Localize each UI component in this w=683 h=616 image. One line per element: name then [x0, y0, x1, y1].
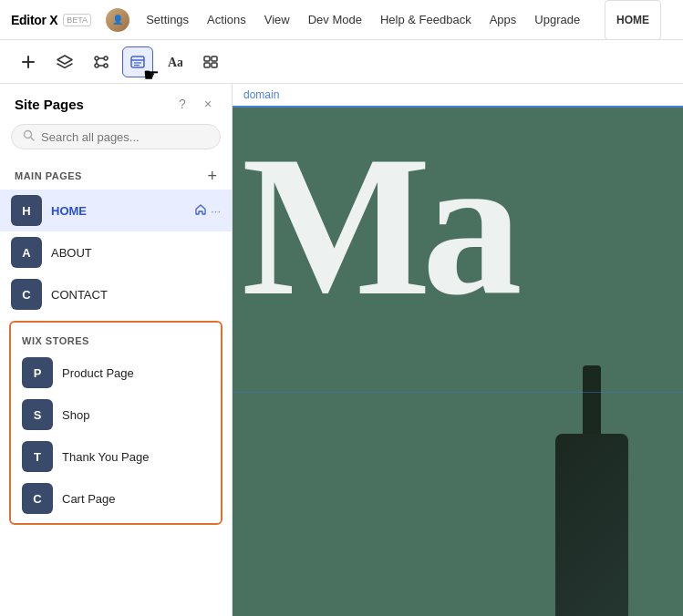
canvas-letter: Ma [242, 126, 513, 326]
wix-stores-label: WIX STORES [22, 335, 89, 346]
svg-point-5 [104, 64, 108, 67]
brand-name: Editor X [11, 13, 57, 27]
menu-actions[interactable]: Actions [198, 0, 255, 40]
sidebar-header: Site Pages ? × [0, 84, 232, 120]
toolbar: Aa [0, 40, 683, 84]
page-icon-shop: S [22, 399, 53, 430]
canvas-object [519, 361, 665, 616]
home-icon[interactable] [194, 203, 207, 219]
menu-view[interactable]: View [255, 0, 299, 40]
sidebar-title: Site Pages [15, 97, 84, 112]
canvas-object-top [583, 365, 601, 438]
menu-help[interactable]: Help & Feedback [371, 0, 481, 40]
search-icon [23, 129, 35, 144]
main-area: Site Pages ? × MAIN PAGES [0, 84, 683, 616]
canvas-horizontal-line [233, 392, 683, 393]
page-name-cart: Cart Page [62, 492, 210, 506]
svg-rect-17 [212, 63, 217, 67]
layers-icon[interactable] [49, 46, 80, 77]
menu-settings[interactable]: Settings [137, 0, 198, 40]
page-name-shop: Shop [62, 408, 210, 422]
menu-upgrade[interactable]: Upgrade [525, 0, 589, 40]
menu-bar: Editor X BETA 👤 Settings Actions View De… [0, 0, 683, 40]
add-page-button[interactable]: + [207, 168, 217, 184]
page-name-contact: CONTACT [51, 288, 221, 302]
page-name-product: Product Page [62, 366, 210, 380]
svg-point-2 [95, 56, 98, 60]
close-icon[interactable]: × [199, 95, 217, 113]
svg-text:Aa: Aa [168, 56, 182, 69]
svg-point-4 [95, 64, 98, 67]
page-name-about: ABOUT [51, 246, 221, 260]
page-icon-home: H [11, 195, 42, 226]
canvas-content[interactable]: Ma [233, 108, 683, 616]
svg-line-19 [31, 138, 35, 141]
svg-rect-15 [212, 56, 217, 61]
canvas-area: domain Ma [233, 84, 683, 616]
page-item-about[interactable]: A ABOUT [0, 231, 232, 273]
page-item-product[interactable]: P Product Page [11, 352, 221, 394]
page-item-cart[interactable]: C Cart Page [11, 477, 221, 519]
svg-point-3 [104, 56, 108, 60]
beta-badge: BETA [63, 14, 91, 26]
pages-icon[interactable] [122, 46, 153, 77]
main-pages-label: MAIN PAGES [15, 170, 82, 181]
page-icon-product: P [22, 357, 53, 388]
add-icon[interactable] [13, 46, 44, 77]
text-icon[interactable]: Aa [159, 46, 190, 77]
more-icon[interactable]: ··· [211, 204, 221, 218]
page-icon-cart: C [22, 483, 53, 514]
menu-dev-mode[interactable]: Dev Mode [299, 0, 371, 40]
avatar[interactable]: 👤 [106, 8, 129, 32]
search-input[interactable] [41, 130, 209, 144]
page-item-shop[interactable]: S Shop [11, 394, 221, 436]
page-icon-contact: C [11, 279, 42, 310]
page-name-home: HOME [51, 204, 185, 218]
wix-stores-section: WIX STORES P Product Page S Shop T Thank… [9, 321, 222, 525]
search-container [0, 120, 232, 159]
svg-rect-9 [131, 56, 144, 67]
canvas-top-bar: domain [233, 84, 683, 108]
page-name-thank-you: Thank You Page [62, 450, 210, 464]
sidebar-header-icons: ? × [173, 95, 217, 113]
page-actions-home: ··· [194, 203, 221, 219]
current-page-label: HOME [605, 0, 661, 40]
connect-icon[interactable] [86, 46, 117, 77]
page-icon-about: A [11, 237, 42, 268]
help-icon[interactable]: ? [173, 95, 191, 113]
grid-icon[interactable] [195, 46, 226, 77]
brand: Editor X BETA [11, 13, 91, 27]
menu-items: Settings Actions View Dev Mode Help & Fe… [137, 0, 605, 40]
main-pages-section-header: MAIN PAGES + [0, 159, 232, 190]
canvas-object-body [555, 434, 628, 616]
domain-text[interactable]: domain [243, 88, 279, 101]
sidebar: Site Pages ? × MAIN PAGES [0, 84, 233, 616]
wix-stores-header: WIX STORES [11, 324, 221, 352]
page-item-home[interactable]: H HOME ··· [0, 190, 232, 231]
svg-rect-16 [204, 63, 210, 67]
page-item-contact[interactable]: C CONTACT [0, 273, 232, 315]
pages-list: MAIN PAGES + H HOME ··· A [0, 159, 232, 616]
search-box [11, 124, 221, 149]
svg-rect-14 [204, 56, 210, 61]
page-item-thank-you[interactable]: T Thank You Page [11, 436, 221, 477]
page-icon-thank-you: T [22, 441, 53, 472]
menu-apps[interactable]: Apps [481, 0, 526, 40]
